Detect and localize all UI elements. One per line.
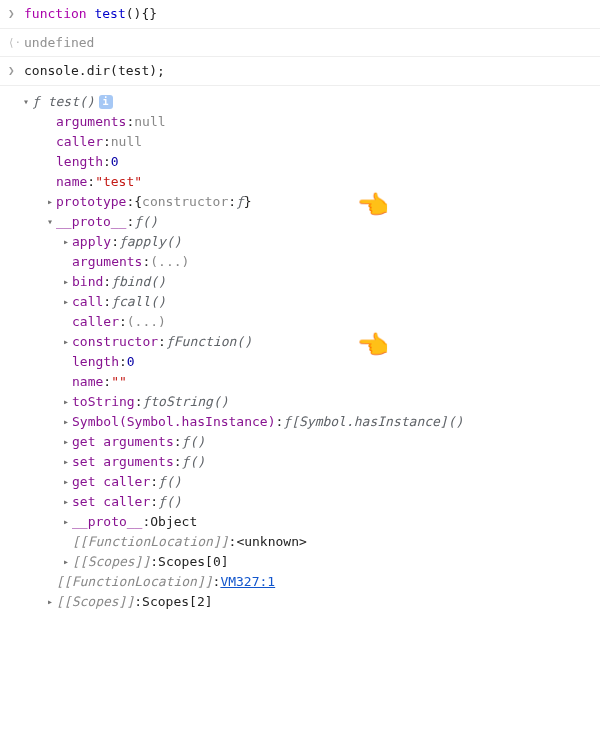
prop-proto-length[interactable]: length: 0: [8, 352, 592, 372]
prop-symbol-hasinstance[interactable]: ▸ Symbol(Symbol.hasInstance): ƒ [Symbol.…: [8, 412, 592, 432]
prop-length[interactable]: length: 0: [8, 152, 592, 172]
console-input-2[interactable]: console.dir(test);: [24, 61, 592, 81]
prop-bind[interactable]: ▸ bind: ƒ bind(): [8, 272, 592, 292]
console-dir-output: ▾ ƒ test() i arguments: null caller: nul…: [0, 86, 600, 622]
prop-call[interactable]: ▸ call: ƒ call(): [8, 292, 592, 312]
object-header[interactable]: ▾ ƒ test() i: [8, 92, 592, 112]
expand-toggle-icon[interactable]: ▸: [60, 514, 72, 529]
expand-toggle-icon[interactable]: ▸: [60, 414, 72, 429]
info-icon[interactable]: i: [99, 95, 113, 109]
prop-get-arguments[interactable]: ▸ get arguments: ƒ (): [8, 432, 592, 452]
console-output-row: ⟨· undefined: [0, 29, 600, 58]
expand-toggle-icon[interactable]: ▸: [60, 454, 72, 469]
prop-function-location[interactable]: [[FunctionLocation]]: VM327:1: [8, 572, 592, 592]
prop-proto[interactable]: ▾ __proto__: ƒ (): [8, 212, 592, 232]
prop-proto-name[interactable]: name: "": [8, 372, 592, 392]
prop-arguments[interactable]: arguments: null: [8, 112, 592, 132]
prop-constructor[interactable]: ▸ constructor: ƒ Function() 👉: [8, 332, 592, 352]
prop-proto-proto[interactable]: ▸ __proto__: Object: [8, 512, 592, 532]
expand-toggle-icon[interactable]: ▸: [60, 334, 72, 349]
console-input-row: ❯ function test(){}: [0, 0, 600, 29]
prop-set-caller[interactable]: ▸ set caller: ƒ (): [8, 492, 592, 512]
expand-toggle-icon[interactable]: ▸: [44, 594, 56, 609]
expand-toggle-icon[interactable]: ▸: [60, 554, 72, 569]
console-input-row-2: ❯ console.dir(test);: [0, 57, 600, 86]
expand-toggle-icon[interactable]: ▸: [60, 394, 72, 409]
prop-scopes-inner[interactable]: ▸ [[Scopes]]: Scopes[0]: [8, 552, 592, 572]
expand-toggle-icon[interactable]: ▸: [60, 294, 72, 309]
prop-function-location-inner[interactable]: [[FunctionLocation]]: <unknown>: [8, 532, 592, 552]
prop-scopes[interactable]: ▸ [[Scopes]]: Scopes[2]: [8, 592, 592, 612]
expand-toggle-icon[interactable]: ▸: [60, 234, 72, 249]
input-chevron-icon: ❯: [8, 4, 24, 23]
prop-set-arguments[interactable]: ▸ set arguments: ƒ (): [8, 452, 592, 472]
prop-proto-arguments[interactable]: arguments: (...): [8, 252, 592, 272]
prop-tostring[interactable]: ▸ toString: ƒ toString(): [8, 392, 592, 412]
source-link[interactable]: VM327:1: [220, 572, 275, 592]
prop-caller[interactable]: caller: null: [8, 132, 592, 152]
function-name: test(): [48, 92, 95, 112]
console-input-1[interactable]: function test(){}: [24, 4, 592, 24]
prop-get-caller[interactable]: ▸ get caller: ƒ (): [8, 472, 592, 492]
function-f-icon: ƒ: [32, 92, 40, 112]
console-output-undefined: undefined: [24, 33, 592, 53]
expand-toggle-icon[interactable]: ▸: [60, 474, 72, 489]
expand-toggle-icon[interactable]: ▾: [20, 94, 32, 109]
prop-prototype[interactable]: ▸ prototype: {constructor: ƒ} 👉: [8, 192, 592, 212]
prop-apply[interactable]: ▸ apply: ƒ apply(): [8, 232, 592, 252]
prop-name[interactable]: name: "test": [8, 172, 592, 192]
prop-proto-caller[interactable]: caller: (...): [8, 312, 592, 332]
input-chevron-icon: ❯: [8, 61, 24, 80]
expand-toggle-icon[interactable]: ▸: [60, 434, 72, 449]
expand-toggle-icon[interactable]: ▸: [44, 194, 56, 209]
expand-toggle-icon[interactable]: ▸: [60, 274, 72, 289]
expand-toggle-icon[interactable]: ▾: [44, 214, 56, 229]
expand-toggle-icon[interactable]: ▸: [60, 494, 72, 509]
output-chevron-icon: ⟨·: [8, 33, 24, 52]
